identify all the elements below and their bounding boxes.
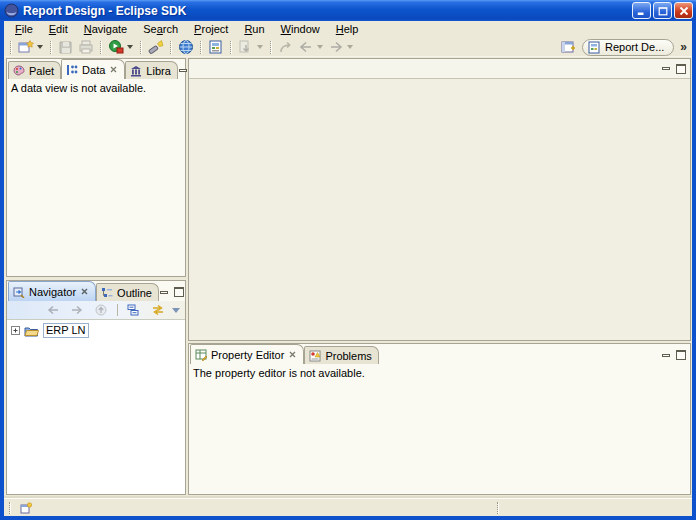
toolbar-grip[interactable] [270,41,272,54]
toolbar-grip[interactable] [230,41,232,54]
menu-search[interactable]: Search [135,22,186,37]
menu-edit[interactable]: Edit [41,22,76,37]
main-toolbar: Report De... » [4,38,692,57]
tree-item-erp-ln[interactable]: ERP LN [9,323,183,338]
toolbar-grip[interactable] [100,41,102,54]
view-buttons [661,350,690,364]
tab-label: Problems [325,350,371,362]
minimize-view-icon[interactable] [159,288,170,297]
run-report-icon[interactable] [107,39,125,56]
open-perspective-icon[interactable] [559,39,577,56]
report-design-icon[interactable] [207,39,225,56]
search-icon[interactable] [147,39,165,56]
close-tab-icon[interactable] [109,65,118,74]
save-icon[interactable] [57,39,75,56]
workbench-client: Palet Data Libra [4,57,692,498]
property-editor-content: The property editor is not available. [189,364,690,494]
nav-forward-icon[interactable] [68,302,86,319]
collapse-all-icon[interactable] [125,302,143,319]
forward-icon[interactable] [327,39,345,56]
tab-palette[interactable]: Palet [8,61,61,79]
title-bar: Report Design - Eclipse SDK [0,0,696,21]
menu-project[interactable]: Project [186,22,236,37]
property-editor-panel: Property Editor Problems The property ed… [188,343,691,495]
tab-data[interactable]: Data [61,59,125,79]
last-edit-location-icon[interactable] [277,39,295,56]
tab-label: Property Editor [211,349,284,361]
menu-run[interactable]: Run [236,22,272,37]
problems-icon [309,350,321,362]
navigator-icon [13,286,25,298]
perspective-overflow-chevron[interactable]: » [678,40,689,54]
toolbar-grip[interactable] [140,41,142,54]
new-wizard-icon[interactable] [17,39,35,56]
report-perspective-icon [588,41,601,54]
tab-label: Data [82,64,105,76]
navigator-tabstrip: Navigator Outline [7,281,185,301]
tab-label: Outline [117,287,152,299]
tab-problems[interactable]: Problems [304,346,378,364]
maximize-view-icon[interactable] [676,64,686,74]
tab-property-editor[interactable]: Property Editor [190,344,304,364]
maximize-view-icon[interactable] [174,287,184,297]
expand-icon[interactable] [11,326,20,335]
tab-label: Navigator [29,286,76,298]
navigator-toolbar [7,301,185,320]
nav-back-icon[interactable] [44,302,62,319]
data-view-panel: Palet Data Libra [6,58,186,277]
perspective-button-label: Report De... [605,41,664,53]
editor-area [188,58,691,341]
fast-view-icon[interactable] [19,501,33,515]
tab-navigator[interactable]: Navigator [8,281,96,301]
back-dropdown-icon[interactable] [317,45,323,49]
next-annotation-icon[interactable] [237,39,255,56]
perspective-report-design-button[interactable]: Report De... [582,39,674,56]
menu-navigate[interactable]: Navigate [76,22,135,37]
property-tabstrip: Property Editor Problems [189,344,690,364]
close-tab-icon[interactable] [80,287,89,296]
tree-item-label: ERP LN [43,323,89,338]
property-editor-message: The property editor is not available. [193,367,365,379]
toolbar-grip[interactable] [200,41,202,54]
tab-library[interactable]: Libra [125,61,177,79]
view-menu-icon[interactable] [172,308,180,313]
forward-dropdown-icon[interactable] [347,45,353,49]
maximize-view-icon[interactable] [676,350,686,360]
toolbar-grip[interactable] [10,41,12,54]
toolbar-grip[interactable] [50,41,52,54]
web-browser-icon[interactable] [177,39,195,56]
editor-content [189,79,690,340]
print-icon[interactable] [77,39,95,56]
menu-help[interactable]: Help [328,22,367,37]
tab-label: Palet [29,65,54,77]
back-icon[interactable] [297,39,315,56]
statusbar-grip[interactable] [497,502,499,514]
nav-up-icon[interactable] [92,302,110,319]
data-view-tabstrip: Palet Data Libra [7,59,185,79]
menu-bar: File Edit Navigate Search Project Run Wi… [4,21,692,38]
link-with-editor-icon[interactable] [149,302,167,319]
eclipse-logo-icon [4,3,19,18]
menu-window[interactable]: Window [273,22,328,37]
statusbar-grip[interactable] [9,502,11,514]
window-title: Report Design - Eclipse SDK [23,4,186,18]
window-maximize-button[interactable] [653,2,672,19]
outline-icon [101,287,113,299]
run-report-dropdown-icon[interactable] [127,45,133,49]
toolbar-grip[interactable] [170,41,172,54]
close-tab-icon[interactable] [288,350,297,359]
window-minimize-button[interactable] [632,2,651,19]
minimize-view-icon[interactable] [661,64,672,73]
view-buttons [657,64,690,74]
navigator-tree: ERP LN [7,320,185,494]
new-wizard-dropdown-icon[interactable] [37,45,43,49]
next-annotation-dropdown-icon[interactable] [257,45,263,49]
menu-file[interactable]: File [7,22,41,37]
property-editor-icon [195,349,207,361]
data-view-content: A data view is not available. [7,79,185,276]
tab-outline[interactable]: Outline [96,283,159,301]
window-close-button[interactable] [674,2,693,19]
navigator-panel: Navigator Outline [6,280,186,495]
minimize-view-icon[interactable] [661,351,672,360]
toolbar-separator [117,304,118,316]
